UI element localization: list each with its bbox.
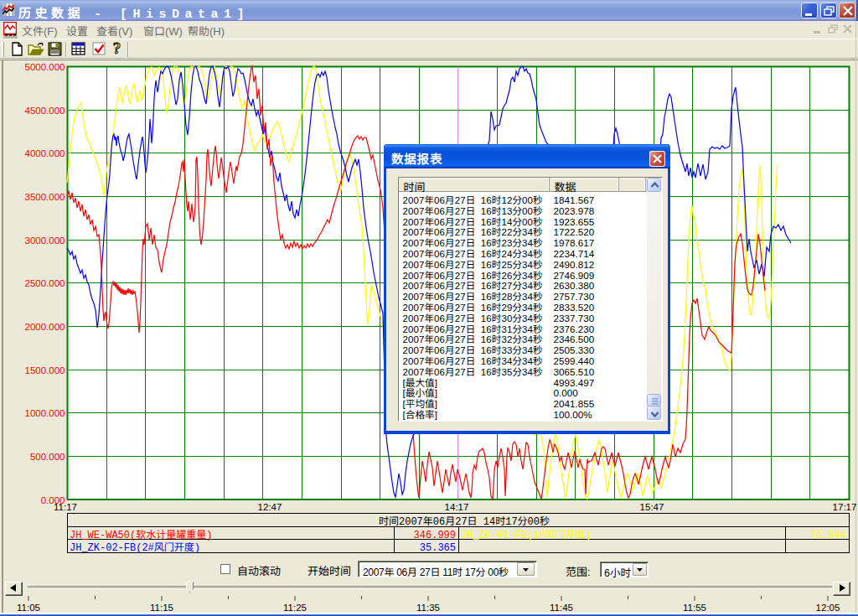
svg-text:?: ? <box>113 41 121 57</box>
